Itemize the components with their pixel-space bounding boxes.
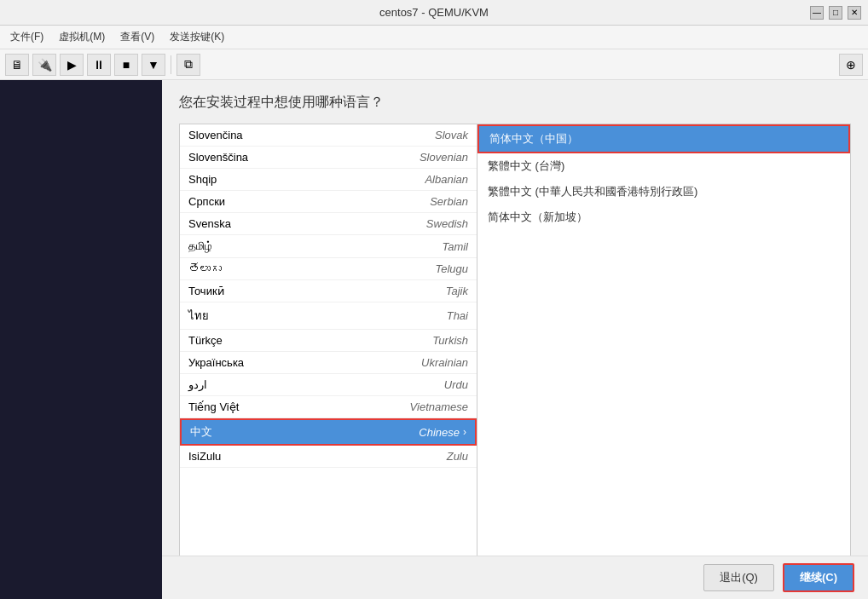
toolbar-dropdown-btn[interactable]: ▼ xyxy=(142,54,165,76)
main-area: 您在安装过程中想使用哪种语言？ SlovenčinaSlovakSlovenšč… xyxy=(0,80,868,599)
window-title: centos7 - QEMU/KVM xyxy=(58,6,810,19)
language-list[interactable]: SlovenčinaSlovakSlovenščinaSlovenianShqi… xyxy=(179,124,477,564)
title-bar: centos7 - QEMU/KVM — □ ✕ xyxy=(0,0,868,26)
lang-native-name: Српски xyxy=(188,195,225,208)
menu-view[interactable]: 查看(V) xyxy=(113,28,161,46)
lang-english-name: Chinese xyxy=(419,426,460,439)
lang-native-name: తెలుగు xyxy=(188,262,222,275)
lang-native-name: Tiếng Việt xyxy=(188,400,239,413)
maximize-button[interactable]: □ xyxy=(829,6,842,20)
language-item[interactable]: IsiZuluZulu xyxy=(180,446,477,468)
lang-english-name: Ukrainian xyxy=(421,356,468,369)
language-item[interactable]: اردوUrdu xyxy=(180,374,477,396)
toolbar-monitor-btn[interactable]: 🖥 xyxy=(5,54,29,76)
toolbar-separator xyxy=(171,55,171,74)
continue-button[interactable]: 继续(C) xyxy=(783,563,854,592)
lang-native-name: Svenska xyxy=(188,217,231,230)
close-button[interactable]: ✕ xyxy=(848,6,861,20)
language-item[interactable]: SlovenščinaSlovenian xyxy=(180,147,477,169)
toolbar-play-btn[interactable]: ▶ xyxy=(60,54,84,76)
toolbar-pause-btn[interactable]: ⏸ xyxy=(87,54,111,76)
lang-english-name: Zulu xyxy=(447,450,468,463)
language-item[interactable]: СрпскиSerbian xyxy=(180,191,477,213)
lang-native-name: Українська xyxy=(188,356,244,369)
language-list-wrapper: SlovenčinaSlovakSlovenščinaSlovenianShqi… xyxy=(179,124,477,585)
sub-language-item[interactable]: 简体中文（中国） xyxy=(477,124,850,153)
menu-vm[interactable]: 虚拟机(M) xyxy=(52,28,112,46)
sub-language-item[interactable]: 简体中文（新加坡） xyxy=(477,204,850,230)
language-item[interactable]: ไทยThai xyxy=(180,302,477,330)
lang-native-name: اردو xyxy=(188,378,207,391)
toolbar-screenshot-btn[interactable]: ⧉ xyxy=(176,54,200,76)
lang-native-name: Slovenščina xyxy=(188,151,248,164)
lang-english-name: Vietnamese xyxy=(410,400,468,413)
bottom-bar: 退出(Q) 继续(C) xyxy=(162,556,868,599)
lang-native-name: Shqip xyxy=(188,173,217,186)
language-item[interactable]: Tiếng ViệtVietnamese xyxy=(180,396,477,418)
language-item[interactable]: ShqipAlbanian xyxy=(180,169,477,191)
toolbar-resize-btn[interactable]: ⊕ xyxy=(839,54,863,76)
toolbar-stop-btn[interactable]: ■ xyxy=(114,54,138,76)
lang-native-name: 中文 xyxy=(190,424,212,440)
lang-english-name: Telugu xyxy=(435,262,468,275)
lang-english-name: Slovenian xyxy=(420,151,468,164)
menu-sendkey[interactable]: 发送按键(K) xyxy=(163,28,231,46)
sub-language-item[interactable]: 繁體中文 (台灣) xyxy=(477,153,850,179)
lang-native-name: Точикӣ xyxy=(188,285,224,297)
sub-language-list[interactable]: 简体中文（中国）繁體中文 (台灣)繁體中文 (中華人民共和國香港特別行政區)简体… xyxy=(477,124,851,585)
language-item[interactable]: SlovenčinaSlovak xyxy=(180,124,477,147)
lang-english-name: Tamil xyxy=(442,240,468,253)
left-sidebar xyxy=(0,80,162,599)
language-item[interactable]: TürkçeTurkish xyxy=(180,330,477,352)
toolbar: 🖥 🔌 ▶ ⏸ ■ ▼ ⧉ ⊕ xyxy=(0,49,868,80)
lang-selection-area: SlovenčinaSlovakSlovenščinaSlovenianShqi… xyxy=(179,124,851,585)
language-item[interactable]: УкраїнськаUkrainian xyxy=(180,352,477,374)
lang-english-name: Swedish xyxy=(426,217,468,230)
lang-native-name: ไทย xyxy=(188,307,209,325)
lang-native-name: தமிழ் xyxy=(188,239,212,253)
installer-panel: 您在安装过程中想使用哪种语言？ SlovenčinaSlovakSlovenšč… xyxy=(162,80,868,599)
lang-english-name: Serbian xyxy=(430,195,468,208)
lang-native-name: Slovenčina xyxy=(188,129,243,141)
lang-arrow-icon: › xyxy=(463,426,466,438)
menu-bar: 文件(F) 虚拟机(M) 查看(V) 发送按键(K) xyxy=(0,26,868,49)
language-item[interactable]: 中文Chinese › xyxy=(180,418,477,446)
lang-native-name: IsiZulu xyxy=(188,450,221,463)
lang-native-name: Türkçe xyxy=(188,334,223,347)
lang-english-name: Thai xyxy=(447,309,468,322)
window-controls: — □ ✕ xyxy=(810,6,861,20)
lang-english-name: Tajik xyxy=(446,285,468,297)
lang-english-name: Albanian xyxy=(425,173,468,186)
menu-file[interactable]: 文件(F) xyxy=(3,28,50,46)
installer-title: 您在安装过程中想使用哪种语言？ xyxy=(179,94,851,112)
lang-english-name: Slovak xyxy=(435,129,468,141)
toolbar-usb-btn[interactable]: 🔌 xyxy=(32,54,56,76)
sub-language-item[interactable]: 繁體中文 (中華人民共和國香港特別行政區) xyxy=(477,179,850,204)
language-item[interactable]: தமிழ்Tamil xyxy=(180,235,477,258)
language-item[interactable]: ТочикӣTajik xyxy=(180,280,477,302)
language-item[interactable]: తెలుగుTelugu xyxy=(180,258,477,280)
lang-english-name: Urdu xyxy=(444,378,468,391)
minimize-button[interactable]: — xyxy=(810,6,824,20)
lang-english-name: Turkish xyxy=(432,334,468,347)
cancel-button[interactable]: 退出(Q) xyxy=(703,564,774,591)
language-item[interactable]: SvenskaSwedish xyxy=(180,213,477,235)
